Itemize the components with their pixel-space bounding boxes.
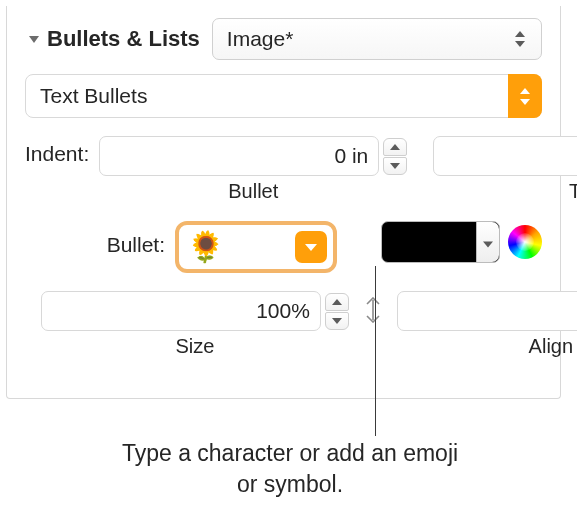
bullet-character-field[interactable]: 🌻 (175, 221, 337, 273)
bullet-indent-sublabel: Bullet (99, 180, 407, 203)
callout-leader-line (375, 266, 376, 436)
svg-marker-12 (332, 318, 342, 324)
stepper-down-icon[interactable] (325, 312, 349, 330)
stepper-down-icon[interactable] (383, 157, 407, 175)
color-wheel-button[interactable] (508, 225, 542, 259)
bullet-character-group: 🌻 (175, 221, 337, 273)
svg-marker-10 (483, 242, 493, 248)
indent-label: Indent: (25, 136, 99, 166)
scale-with-text-toggle[interactable] (359, 297, 387, 323)
list-style-value: Image* (227, 27, 294, 51)
svg-marker-6 (390, 163, 400, 169)
bullet-type-row: Text Bullets (25, 74, 542, 118)
bullets-lists-panel: Bullets & Lists Image* Text Bullets Inde… (6, 6, 561, 399)
bullet-color-group (381, 221, 543, 273)
svg-marker-2 (515, 41, 525, 47)
svg-marker-11 (332, 299, 342, 305)
stepper-up-icon[interactable] (383, 138, 407, 156)
section-header: Bullets & Lists Image* (25, 18, 542, 60)
bullet-indent-group: Bullet (99, 136, 407, 203)
svg-marker-9 (305, 244, 317, 251)
bullet-type-popup[interactable]: Text Bullets (25, 74, 542, 118)
text-indent-group: Text (433, 136, 577, 203)
bullet-align-group: Align (397, 291, 577, 358)
indent-row: Indent: Bullet (25, 136, 542, 203)
chevron-down-icon (482, 231, 494, 254)
bullet-label: Bullet: (25, 221, 175, 257)
svg-marker-1 (515, 31, 525, 37)
svg-marker-0 (29, 36, 39, 43)
bullet-type-stepper[interactable] (508, 74, 542, 118)
bullet-size-group: Size (41, 291, 349, 358)
disclosure-triangle-icon[interactable] (25, 30, 43, 48)
stepper-up-icon[interactable] (325, 293, 349, 311)
text-indent-input[interactable] (433, 136, 577, 176)
bullet-type-value: Text Bullets (40, 84, 147, 108)
bullet-align-input[interactable] (397, 291, 577, 331)
bullet-character-value: 🌻 (187, 232, 224, 262)
bullet-align-sublabel: Align (397, 335, 577, 358)
list-style-popup[interactable]: Image* (212, 18, 542, 60)
svg-marker-4 (520, 99, 530, 105)
bullet-color-well[interactable] (381, 221, 501, 263)
section-title: Bullets & Lists (47, 26, 200, 52)
bullet-indent-stepper[interactable] (383, 138, 407, 175)
callout-text: Type a character or add an emoji or symb… (110, 438, 470, 500)
svg-marker-3 (520, 88, 530, 94)
size-align-row: . Size (25, 291, 542, 358)
bullet-character-menu-button[interactable] (295, 231, 327, 263)
bullet-size-input[interactable] (41, 291, 321, 331)
bullet-row: Bullet: 🌻 (25, 221, 542, 273)
chevron-up-down-icon (511, 31, 529, 47)
bullet-size-stepper[interactable] (325, 293, 349, 330)
bullet-size-sublabel: Size (41, 335, 349, 358)
svg-marker-5 (390, 144, 400, 150)
bullet-indent-input[interactable] (99, 136, 379, 176)
text-indent-sublabel: Text (433, 180, 577, 203)
